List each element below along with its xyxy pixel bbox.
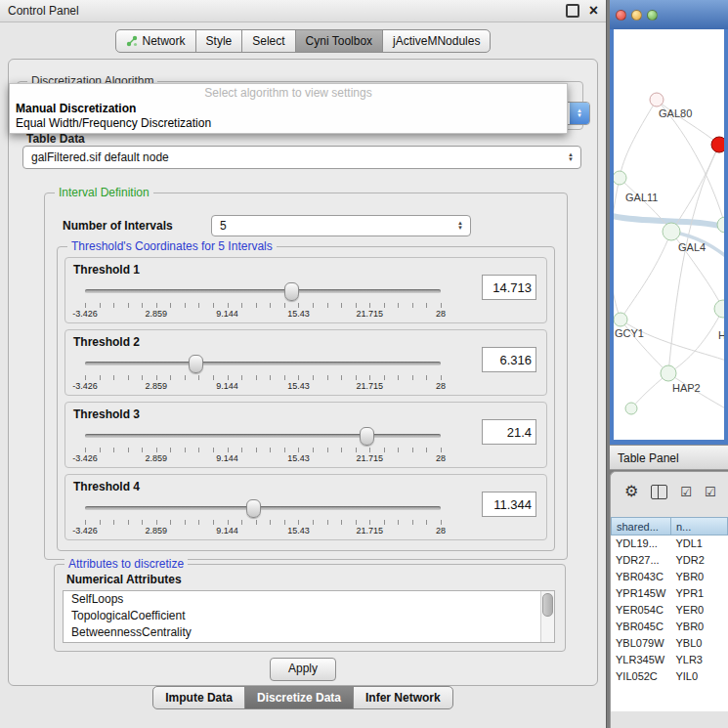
network-node[interactable] xyxy=(714,300,724,318)
network-edge[interactable] xyxy=(668,145,719,373)
number-of-intervals-label: Number of Intervals xyxy=(63,219,173,233)
select-columns-checkbox-icon[interactable]: ☑ xyxy=(680,485,692,499)
network-node[interactable] xyxy=(625,403,637,414)
tab-discretize-data[interactable]: Discretize Data xyxy=(244,686,354,709)
network-node[interactable] xyxy=(661,365,676,381)
node-label-h: H xyxy=(718,329,724,341)
algorithm-option-equal-width-frequency-discretization[interactable]: Equal Width/Frequency Discretization xyxy=(10,116,567,131)
network-edge[interactable] xyxy=(614,178,621,320)
columns-icon[interactable] xyxy=(651,485,667,499)
table-row[interactable]: YER054CYER0 xyxy=(611,602,728,619)
attribute-item-betweennesscentrality[interactable]: BetweennessCentrality xyxy=(64,624,554,641)
table-cell[interactable]: YER054C xyxy=(611,602,670,619)
scrollbar-thumb[interactable] xyxy=(542,593,553,617)
interval-definition-group-title: Interval Definition xyxy=(55,186,153,199)
table-cell[interactable]: YPR1 xyxy=(670,585,728,602)
table-row[interactable]: YPR145WYPR1 xyxy=(611,585,728,602)
float-window-icon[interactable] xyxy=(566,4,579,18)
table-cell[interactable]: YBR0 xyxy=(670,619,728,635)
table-cell[interactable]: YDR27... xyxy=(611,552,670,569)
table-row[interactable]: YLR345WYLR3 xyxy=(611,652,728,668)
network-edge[interactable] xyxy=(621,320,724,362)
column-header-n[interactable]: n... xyxy=(670,517,728,535)
tick-label: 2.859 xyxy=(146,453,168,463)
attribute-item-selfloops[interactable]: SelfLoops xyxy=(64,591,554,608)
tab-network[interactable]: Network xyxy=(115,29,196,53)
algorithm-option-manual-discretization[interactable]: Manual Discretization xyxy=(10,102,567,116)
table-cell[interactable]: YIL052C xyxy=(611,668,670,685)
table-cell[interactable]: YBR043C xyxy=(611,569,670,585)
tick-label: 15.43 xyxy=(287,309,310,319)
column-header-shared[interactable]: shared... xyxy=(611,517,671,535)
number-of-intervals-combobox[interactable]: 5 ▲▼ xyxy=(211,215,471,236)
network-node[interactable] xyxy=(614,313,627,326)
close-icon[interactable]: × xyxy=(589,5,598,17)
slider-thumb[interactable] xyxy=(360,427,374,446)
slider-thumb[interactable] xyxy=(246,499,261,518)
table-cell[interactable]: YBL0 xyxy=(670,635,728,652)
table-cell[interactable]: YBR045C xyxy=(611,619,670,635)
close-traffic-light-icon[interactable] xyxy=(616,10,626,21)
table-row[interactable]: YBL079WYBL0 xyxy=(611,635,728,652)
threshold-slider[interactable]: -3.4262.8599.14415.4321.71528 xyxy=(85,426,441,463)
tab-style[interactable]: Style xyxy=(195,29,243,53)
table-row[interactable]: YIL052CYIL0 xyxy=(611,668,728,685)
table-cell[interactable]: YPR145W xyxy=(611,585,670,602)
table-cell[interactable]: YLR345W xyxy=(611,652,670,668)
table-row[interactable]: YDL19...YDL1 xyxy=(611,535,728,552)
network-edge[interactable] xyxy=(657,100,719,145)
tab-impute-data[interactable]: Impute Data xyxy=(152,686,245,709)
network-window-titlebar[interactable] xyxy=(610,0,728,29)
attribute-item-topologicalcoefficient[interactable]: TopologicalCoefficient xyxy=(64,608,554,624)
threshold-slider[interactable]: -3.4262.8599.14415.4321.71528 xyxy=(85,281,441,319)
table-data-combobox[interactable]: galFiltered.sif default node ▲▼ xyxy=(22,146,581,169)
table-cell[interactable]: YER0 xyxy=(670,602,728,619)
selected-node[interactable] xyxy=(711,137,724,152)
slider-track[interactable] xyxy=(85,434,441,438)
slider-thumb[interactable] xyxy=(189,355,203,373)
table-cell[interactable]: YIL0 xyxy=(670,668,728,685)
apply-button[interactable]: Apply xyxy=(270,658,336,681)
threshold-value-field[interactable] xyxy=(482,419,536,445)
tab-jactivemnodules[interactable]: jActiveMNodules xyxy=(382,29,491,53)
table-cell[interactable]: YDR2 xyxy=(670,552,728,569)
network-edge[interactable] xyxy=(620,100,657,178)
threshold-slider[interactable]: -3.4262.8599.14415.4321.71528 xyxy=(85,498,441,535)
network-edge[interactable] xyxy=(621,232,671,320)
threshold-slider[interactable]: -3.4262.8599.14415.4321.71528 xyxy=(85,354,441,391)
tab-select[interactable]: Select xyxy=(241,29,295,53)
tab-infer-network[interactable]: Infer Network xyxy=(353,686,453,709)
table-data-label: Table Data xyxy=(26,132,85,146)
network-node[interactable] xyxy=(614,171,626,185)
table-cell[interactable]: YBR0 xyxy=(670,569,728,585)
tab-cyni-toolbox[interactable]: Cyni Toolbox xyxy=(295,29,383,53)
network-canvas[interactable]: GAL80GAL11GAL4GCY1HAP2H xyxy=(614,29,724,440)
select-rows-checkbox-icon[interactable]: ☑ xyxy=(705,485,716,499)
table-cell[interactable]: YDL19... xyxy=(611,535,670,552)
slider-track[interactable] xyxy=(85,362,441,365)
slider-thumb[interactable] xyxy=(284,282,299,301)
gear-icon[interactable]: ⚙ xyxy=(624,484,638,499)
minimize-traffic-light-icon[interactable] xyxy=(631,10,642,21)
attributes-list[interactable]: SelfLoopsTopologicalCoefficientBetweenne… xyxy=(63,590,555,643)
zoom-traffic-light-icon[interactable] xyxy=(647,10,658,21)
tab-label: Select xyxy=(252,34,284,48)
table-row[interactable]: YDR27...YDR2 xyxy=(611,552,728,569)
threshold-value-field[interactable] xyxy=(482,275,536,300)
table-cell[interactable]: YLR3 xyxy=(670,652,728,668)
control-panel-titlebar: Control Panel × xyxy=(0,0,606,22)
threshold-value-field[interactable] xyxy=(482,492,536,517)
table-cell[interactable]: YBL079W xyxy=(611,635,670,652)
table-row[interactable]: YBR045CYBR0 xyxy=(611,619,728,635)
network-node[interactable] xyxy=(717,217,724,233)
table-row[interactable]: YBR043CYBR0 xyxy=(611,569,728,585)
table-cell[interactable]: YDL1 xyxy=(670,535,728,552)
slider-track[interactable] xyxy=(85,506,441,510)
network-node[interactable] xyxy=(650,93,664,107)
network-edge[interactable] xyxy=(668,309,723,373)
network-node[interactable] xyxy=(663,223,680,240)
threshold-value-field[interactable] xyxy=(482,347,536,372)
scrollbar[interactable] xyxy=(540,591,554,642)
tick-label: 21.715 xyxy=(356,526,383,535)
slider-track[interactable] xyxy=(85,289,441,293)
